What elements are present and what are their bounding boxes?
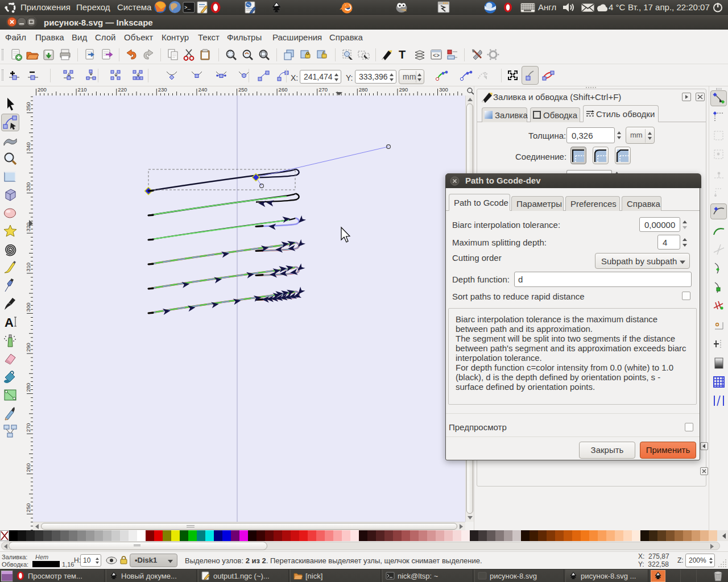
svg-text:210: 210 (78, 86, 87, 93)
svg-text:340: 340 (26, 142, 31, 151)
svg-text:350: 350 (26, 102, 31, 111)
svg-text:230: 230 (158, 86, 167, 93)
svg-text:300: 300 (26, 303, 31, 312)
svg-text:<>: <> (433, 53, 440, 59)
svg-text:A: A (5, 315, 14, 330)
svg-text:290: 290 (26, 343, 31, 352)
svg-text:290: 290 (399, 86, 408, 93)
svg-text:270: 270 (318, 86, 328, 93)
svg-text:200: 200 (38, 86, 47, 93)
svg-text:280: 280 (359, 86, 368, 93)
svg-text:260: 260 (279, 86, 288, 93)
svg-text:>_: >_ (184, 5, 191, 11)
svg-text:310: 310 (26, 263, 31, 272)
svg-text:240: 240 (198, 86, 207, 93)
svg-text:220: 220 (118, 86, 127, 93)
svg-text:250: 250 (238, 86, 247, 93)
svg-text:330: 330 (26, 182, 31, 192)
svg-text:300: 300 (439, 86, 448, 93)
svg-text:270: 270 (26, 423, 31, 432)
svg-text:280: 280 (26, 383, 31, 392)
svg-text:250: 250 (26, 504, 31, 513)
svg-text:260: 260 (26, 463, 31, 472)
svg-text:T: T (399, 48, 406, 61)
